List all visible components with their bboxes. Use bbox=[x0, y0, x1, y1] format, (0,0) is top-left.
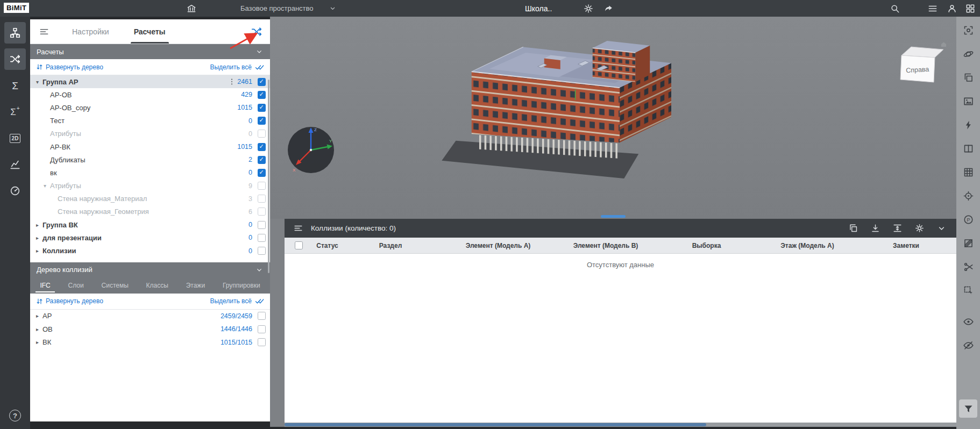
selection-box-icon[interactable] bbox=[959, 281, 977, 299]
expand-arrow-icon[interactable]: ▸ bbox=[33, 339, 41, 345]
tree-row[interactable]: ▸АР2459/2459 bbox=[30, 310, 270, 323]
nav-cube[interactable]: Справа bbox=[896, 41, 948, 87]
double-check-icon[interactable] bbox=[255, 62, 265, 72]
sum-plus-icon[interactable]: Σ+ bbox=[4, 101, 26, 123]
tree-row[interactable]: ▸для презентации0 bbox=[30, 231, 270, 244]
section-icon[interactable] bbox=[959, 116, 977, 134]
chevron-down-icon[interactable] bbox=[936, 223, 947, 233]
tree-row-checkbox[interactable] bbox=[258, 104, 266, 112]
import-icon[interactable] bbox=[870, 223, 880, 233]
scrollbar-thumb[interactable] bbox=[285, 423, 706, 426]
expand-tree-button[interactable]: Развернуть дерево bbox=[46, 297, 103, 305]
tree-row-checkbox[interactable] bbox=[258, 91, 266, 99]
tree-row-checkbox[interactable] bbox=[258, 117, 266, 125]
sum-icon[interactable]: Σ bbox=[4, 75, 26, 96]
panel-menu-icon[interactable] bbox=[39, 26, 49, 37]
tree-row-checkbox[interactable] bbox=[258, 325, 266, 333]
user-icon[interactable] bbox=[946, 2, 958, 15]
split-view-icon[interactable] bbox=[959, 139, 977, 158]
filter-icon[interactable] bbox=[959, 399, 977, 418]
collapse-arrow-icon[interactable]: ▾ bbox=[41, 183, 49, 189]
axis-gizmo[interactable]: Z Y X bbox=[283, 122, 342, 178]
workspace-selector[interactable]: Базовое пространство bbox=[240, 0, 337, 17]
help-button[interactable]: ? bbox=[9, 410, 21, 421]
copy-icon[interactable] bbox=[848, 223, 858, 233]
tree-row[interactable]: ▸Коллизии0 bbox=[30, 244, 270, 257]
focus-icon[interactable] bbox=[959, 187, 977, 205]
show-icon[interactable] bbox=[959, 312, 977, 331]
screenshot-icon[interactable] bbox=[959, 21, 977, 39]
viewport-3d[interactable]: Z Y X Справа bbox=[270, 17, 956, 219]
list-icon[interactable] bbox=[926, 2, 939, 15]
select-all-button[interactable]: Выделить всё bbox=[210, 297, 252, 305]
collision-check-icon[interactable] bbox=[4, 48, 26, 70]
expand-tree-button[interactable]: Развернуть дерево bbox=[46, 63, 103, 71]
tree-row-checkbox[interactable] bbox=[258, 234, 266, 242]
collisions-menu-icon[interactable] bbox=[293, 223, 303, 233]
settings-gear-icon[interactable] bbox=[582, 2, 595, 15]
tree-row[interactable]: АР-ВК1015 bbox=[30, 140, 270, 153]
collision-check-icon[interactable] bbox=[251, 26, 262, 38]
tree-row[interactable]: Тест0 bbox=[30, 115, 270, 127]
tree-row[interactable]: ▾Атрибуты9 bbox=[30, 180, 270, 192]
app-logo[interactable]: BiMiT bbox=[4, 3, 29, 13]
tab-settings[interactable]: Настройки bbox=[70, 19, 111, 44]
section-plane-icon[interactable] bbox=[959, 234, 977, 252]
tree-row[interactable]: ▸Группа ВК0 bbox=[30, 218, 270, 231]
calculations-section-header[interactable]: Расчеты bbox=[30, 44, 270, 59]
tree-row[interactable]: ▸ВК1015/1015 bbox=[30, 336, 270, 349]
collision-tree-tab[interactable]: Этажи bbox=[177, 277, 214, 294]
tree-row-checkbox[interactable] bbox=[258, 247, 266, 255]
tree-row[interactable]: Дубликаты2 bbox=[30, 153, 270, 166]
tree-row-checkbox[interactable] bbox=[258, 182, 266, 190]
collision-tree-tab[interactable]: Классы bbox=[137, 277, 177, 294]
header-checkbox[interactable] bbox=[295, 241, 303, 249]
collision-tree-section-header[interactable]: Дерево коллизий bbox=[30, 262, 270, 277]
view-2d-icon[interactable]: 2D bbox=[4, 127, 26, 149]
clip-plane-icon[interactable] bbox=[959, 258, 977, 276]
tree-row-checkbox[interactable] bbox=[258, 156, 266, 164]
apps-grid-icon[interactable] bbox=[964, 2, 977, 15]
tree-row[interactable]: Стена наружная_Геометрия6 bbox=[30, 205, 270, 218]
tab-calculations[interactable]: Расчеты bbox=[132, 19, 168, 44]
tree-row-checkbox[interactable] bbox=[258, 169, 266, 177]
chart-icon[interactable] bbox=[4, 154, 26, 175]
panel-resize-handle[interactable] bbox=[601, 215, 626, 218]
tree-row[interactable]: Стена наружная_Материал3 bbox=[30, 192, 270, 205]
tree-row-checkbox[interactable] bbox=[258, 143, 266, 151]
model-tree-icon[interactable] bbox=[4, 22, 26, 44]
hide-icon[interactable] bbox=[959, 336, 977, 354]
gauge-icon[interactable] bbox=[4, 180, 26, 202]
projects-icon[interactable] bbox=[185, 2, 198, 15]
collision-tree-tab[interactable]: Системы bbox=[93, 277, 137, 294]
copy-view-icon[interactable] bbox=[959, 68, 977, 87]
expand-arrow-icon[interactable]: ▸ bbox=[33, 222, 41, 228]
panel-scrollbar[interactable] bbox=[268, 80, 269, 273]
select-all-checkbox[interactable] bbox=[285, 241, 313, 249]
collapse-arrow-icon[interactable]: ▾ bbox=[33, 79, 41, 85]
tree-row[interactable]: Атрибуты0 bbox=[30, 127, 270, 140]
expand-arrow-icon[interactable]: ▸ bbox=[33, 326, 41, 332]
double-check-icon[interactable] bbox=[255, 296, 265, 306]
row-menu-icon[interactable] bbox=[228, 77, 236, 86]
tree-row-checkbox[interactable] bbox=[258, 130, 266, 138]
horizontal-scrollbar[interactable] bbox=[285, 423, 956, 427]
row-height-icon[interactable] bbox=[892, 223, 903, 233]
orbit-icon[interactable] bbox=[959, 45, 977, 63]
tree-row-checkbox[interactable] bbox=[258, 338, 266, 346]
search-icon[interactable] bbox=[889, 2, 901, 15]
tree-row-checkbox[interactable] bbox=[258, 78, 266, 86]
tree-row-checkbox[interactable] bbox=[258, 221, 266, 229]
collision-tree-tab[interactable]: Группировки bbox=[214, 277, 269, 294]
expand-arrow-icon[interactable]: ▸ bbox=[33, 313, 41, 319]
select-all-button[interactable]: Выделить всё bbox=[210, 63, 252, 71]
grid-icon[interactable] bbox=[959, 163, 977, 181]
tree-row-checkbox[interactable] bbox=[258, 312, 266, 320]
image-icon[interactable] bbox=[959, 92, 977, 110]
collision-tree-tab[interactable]: IFC bbox=[31, 277, 59, 294]
tree-row[interactable]: АР-ОВ_copy1015 bbox=[30, 101, 270, 114]
tree-row[interactable]: АР-ОВ429 bbox=[30, 88, 270, 101]
plan-icon[interactable]: P bbox=[959, 210, 977, 228]
tree-row-checkbox[interactable] bbox=[258, 208, 266, 216]
share-icon[interactable] bbox=[602, 2, 615, 15]
